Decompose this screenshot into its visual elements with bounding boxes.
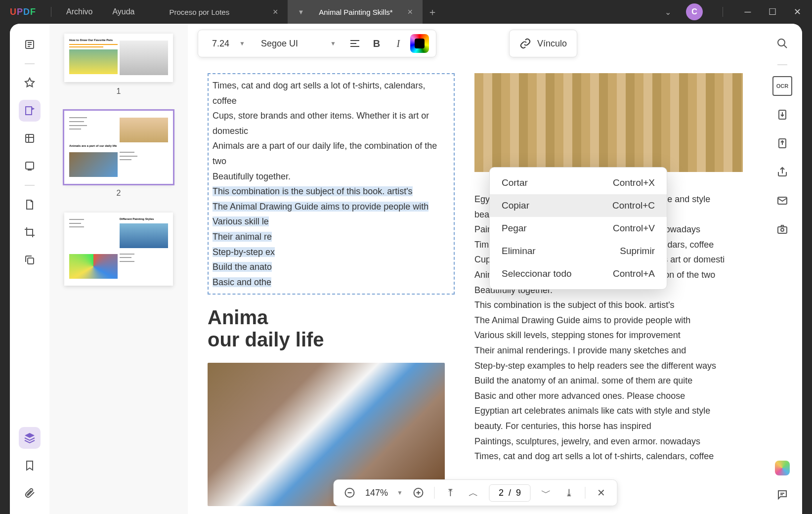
- ctx-copy[interactable]: CopiarControl+C: [490, 194, 667, 217]
- thumb-title: Different Painting Styles: [120, 217, 154, 220]
- left-column: Times, cat and dog art sells a lot of t-…: [208, 73, 455, 504]
- selected-text: Basic and othe: [213, 277, 271, 287]
- app-logo: UPDF: [0, 7, 46, 17]
- thumb-title: How to Draw Our Favorite Pets: [69, 39, 113, 42]
- convert-button[interactable]: [772, 105, 792, 125]
- right-toolbar: OCR: [763, 24, 802, 514]
- divider: [723, 7, 723, 17]
- bookmark-button[interactable]: [19, 455, 41, 476]
- attachment-button[interactable]: [19, 482, 41, 504]
- divider: [25, 185, 35, 186]
- chat-button[interactable]: [772, 484, 792, 504]
- chevron-down-icon[interactable]: ▼: [397, 489, 403, 496]
- ctx-select-all[interactable]: Seleccionar todoControl+A: [490, 262, 667, 285]
- ocr-button[interactable]: OCR: [772, 76, 792, 96]
- copy-tool-button[interactable]: [19, 249, 41, 271]
- link-button[interactable]: Vínculo: [509, 30, 577, 57]
- font-size-value: 7.24: [212, 39, 229, 49]
- avatar[interactable]: C: [686, 3, 703, 20]
- zoom-in-button[interactable]: [412, 486, 426, 500]
- ctx-paste[interactable]: PegarControl+V: [490, 217, 667, 240]
- align-left-button[interactable]: [345, 34, 365, 53]
- close-nav-button[interactable]: ✕: [594, 486, 608, 500]
- font-family-value: Segoe UI: [261, 39, 298, 49]
- selected-text: This combination is the subject of this …: [213, 186, 413, 196]
- reader-mode-button[interactable]: [19, 34, 41, 55]
- document-content[interactable]: Times, cat and dog art sells a lot of t-…: [188, 63, 763, 514]
- page-indicator[interactable]: 2 / 9: [489, 484, 530, 502]
- page-tool-button[interactable]: [19, 194, 41, 215]
- organize-mode-button[interactable]: [19, 128, 41, 149]
- selected-text: Various skill le: [213, 216, 269, 226]
- add-tab-button[interactable]: ＋: [423, 0, 442, 24]
- text-color-button[interactable]: [410, 34, 429, 53]
- ctx-delete[interactable]: EliminarSuprimir: [490, 240, 667, 262]
- ctx-cut[interactable]: CortarControl+X: [490, 171, 667, 194]
- screenshot-button[interactable]: [772, 219, 792, 239]
- format-toolbar: 7.24 ▼ Segoe UI ▼ B I: [198, 30, 436, 57]
- page-nav-toolbar: 147% ▼ ⤒ ︿ 2 / 9 ﹀ ⤓ ✕: [333, 479, 617, 506]
- svg-rect-10: [778, 227, 787, 233]
- context-menu: CortarControl+X CopiarControl+C PegarCon…: [489, 167, 667, 290]
- tab-document[interactable]: ▼ Animal Painting Skills* ×: [288, 0, 423, 24]
- link-icon: [519, 38, 531, 49]
- text-line: Times, cat and dog art sells a lot of t-…: [474, 449, 743, 464]
- text-line: Paintings, sculptures, jewelry, and even…: [474, 434, 743, 449]
- first-page-button[interactable]: ⤒: [444, 486, 458, 500]
- menu-archivo[interactable]: Archivo: [56, 7, 102, 16]
- updf-logo-icon[interactable]: [775, 461, 790, 475]
- thumbnail-panel: How to Draw Our Favorite Pets 1 ▬▬▬▬▬▬▬▬…: [49, 24, 188, 514]
- left-toolbar: [10, 24, 49, 514]
- chevron-down-icon[interactable]: ⌄: [665, 7, 671, 17]
- text-line: Times, cat and dog art sells a lot of t-…: [213, 78, 450, 108]
- text-line: This combination is the subject of this …: [474, 298, 743, 313]
- comment-mode-button[interactable]: [19, 72, 41, 94]
- minimize-icon[interactable]: ─: [743, 7, 753, 17]
- zoom-out-button[interactable]: [342, 486, 356, 500]
- thumb-number: 2: [64, 189, 173, 198]
- prev-page-button[interactable]: ︿: [467, 486, 480, 500]
- tab-title: Animal Painting Skills*: [319, 8, 392, 16]
- thumbnail-page-3[interactable]: ▬▬▬▬▬▬▬▬▬▬▬▬▬▬ Different Painting Styles…: [64, 213, 173, 286]
- chevron-down-icon: ▼: [298, 8, 304, 16]
- bold-button[interactable]: B: [367, 34, 386, 53]
- thumbnail-page-1[interactable]: How to Draw Our Favorite Pets: [64, 34, 173, 82]
- edit-mode-button[interactable]: [19, 100, 41, 122]
- thumb-number: 1: [64, 87, 173, 96]
- link-label: Vínculo: [537, 39, 567, 49]
- maximize-icon[interactable]: ☐: [768, 7, 777, 17]
- content-image[interactable]: [474, 73, 743, 172]
- close-icon[interactable]: ×: [408, 7, 413, 17]
- chevron-down-icon: ▼: [239, 40, 245, 47]
- menu-ayuda[interactable]: Ayuda: [102, 7, 144, 16]
- close-icon[interactable]: ✕: [792, 7, 802, 17]
- tab-strip: Proceso por Lotes × ▼ Animal Painting Sk…: [159, 0, 442, 24]
- divider: [434, 487, 435, 499]
- search-button[interactable]: [772, 34, 792, 53]
- email-button[interactable]: [772, 191, 792, 211]
- next-page-button[interactable]: ﹀: [539, 486, 553, 500]
- layers-button[interactable]: [19, 427, 41, 449]
- tab-title: Proceso por Lotes: [169, 8, 229, 16]
- text-line: beauty. For centuries, this horse has in…: [474, 419, 743, 434]
- tab-batch[interactable]: Proceso por Lotes ×: [159, 0, 288, 24]
- font-family-select[interactable]: Segoe UI ▼: [254, 34, 343, 53]
- titlebar: UPDF Archivo Ayuda Proceso por Lotes × ▼…: [0, 0, 812, 24]
- thumbnail-page-2[interactable]: ▬▬▬▬▬▬▬▬▬▬▬▬▬▬▬▬▬▬▬▬▬ Animals are a part…: [64, 111, 173, 184]
- font-size-select[interactable]: 7.24 ▼: [205, 34, 252, 53]
- export-button[interactable]: [772, 133, 792, 153]
- divider: [25, 63, 35, 64]
- text-line: Cups, store brands and other items. Whet…: [213, 108, 450, 138]
- chevron-down-icon: ▼: [330, 40, 336, 47]
- text-selection-box[interactable]: Times, cat and dog art sells a lot of t-…: [208, 73, 455, 295]
- text-line: Beautifully together.: [213, 169, 450, 184]
- close-icon[interactable]: ×: [273, 7, 278, 17]
- text-line: Animals are a part of our daily life, th…: [213, 138, 450, 169]
- crop-tool-button[interactable]: [19, 221, 41, 243]
- text-line: Basic and other more advanced ones. Plea…: [474, 388, 743, 404]
- last-page-button[interactable]: ⤓: [562, 486, 576, 500]
- zoom-value: 147%: [365, 488, 388, 498]
- form-mode-button[interactable]: [19, 155, 41, 177]
- italic-button[interactable]: I: [388, 34, 408, 53]
- share-button[interactable]: [772, 162, 792, 182]
